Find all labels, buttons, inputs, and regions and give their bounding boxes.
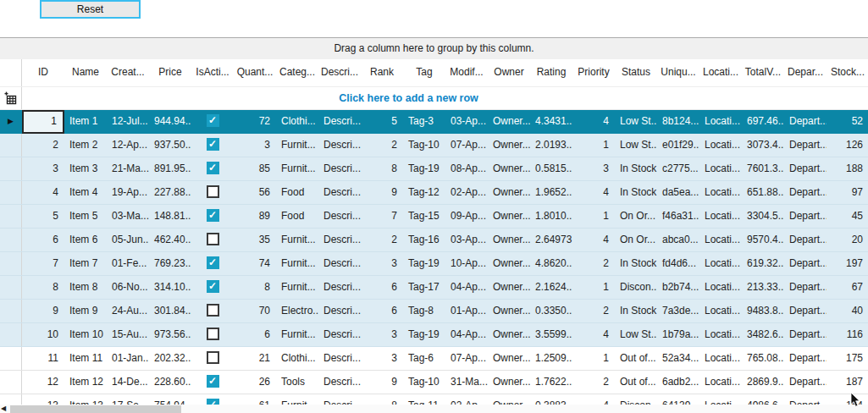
cell-modified[interactable]: 04-Ap... (445, 276, 488, 299)
cell-isActive[interactable] (191, 323, 234, 346)
column-header-priority[interactable]: Priority (572, 59, 615, 86)
checkbox-unchecked-icon[interactable] (207, 233, 219, 245)
cell-owner[interactable]: Owner... (488, 205, 530, 228)
cell-category[interactable]: Furnit... (276, 157, 318, 180)
table-row[interactable]: 4Item 419-Ap...227.88...56FoodDescri...9… (0, 181, 868, 205)
row-indicator-cell[interactable] (0, 347, 22, 370)
horizontal-scrollbar[interactable]: ◀ (0, 405, 868, 413)
column-header-department[interactable]: Depar... (784, 59, 827, 86)
cell-rating[interactable]: 1.9652... (530, 181, 572, 204)
table-row[interactable]: 8Item 806-No...314.10...✓8Furnit...Descr… (0, 276, 868, 300)
cell-totalValue[interactable]: 2869.9... (742, 371, 784, 394)
cell-department[interactable]: Depart... (784, 300, 827, 322)
cell-id[interactable]: 9 (22, 300, 64, 322)
cell-location[interactable]: Locati... (699, 205, 742, 228)
cell-name[interactable]: Item 8 (64, 276, 107, 299)
cell-tag[interactable]: Tag-10 (403, 134, 445, 157)
cell-modified[interactable]: 09-Ap... (445, 205, 488, 228)
cell-tag[interactable]: Tag-6 (403, 347, 445, 370)
cell-status[interactable]: Low St... (615, 323, 657, 346)
cell-unique[interactable]: b2b74... (657, 276, 699, 299)
column-header-totalValue[interactable]: TotalV... (742, 59, 784, 86)
cell-rating[interactable]: 0.3350... (530, 300, 572, 322)
cell-price[interactable]: 202.32... (149, 347, 191, 370)
cell-stock[interactable]: 45 (827, 205, 868, 228)
cell-rating[interactable]: 0.5815... (530, 157, 572, 180)
cell-rank[interactable]: 5 (361, 110, 403, 133)
cell-rating[interactable]: 3.5599... (530, 323, 572, 346)
cell-stock[interactable]: 20 (827, 229, 868, 251)
row-indicator-cell[interactable] (0, 229, 22, 251)
cell-location[interactable]: Locati... (699, 110, 742, 133)
cell-unique[interactable]: c2775... (657, 157, 699, 180)
cell-owner[interactable]: Owner... (488, 276, 530, 299)
cell-status[interactable]: Out of... (615, 371, 657, 394)
cell-modified[interactable]: 07-Ap... (445, 347, 488, 370)
checkbox-checked-icon[interactable]: ✓ (207, 162, 219, 174)
cell-rank[interactable]: 9 (361, 371, 403, 394)
cell-rank[interactable]: 7 (361, 205, 403, 228)
cell-description[interactable]: Descri... (318, 300, 361, 322)
cell-department[interactable]: Depart... (784, 229, 827, 251)
cell-unique[interactable]: da5ea... (657, 181, 699, 204)
cell-quantity[interactable]: 21 (234, 347, 276, 370)
table-row[interactable]: 7Item 701-Fe...769.23...✓74Furnit...Desc… (0, 252, 868, 276)
cell-priority[interactable]: 1 (572, 276, 615, 299)
cell-stock[interactable]: 40 (827, 300, 868, 322)
cell-category[interactable]: Furnit... (276, 229, 318, 251)
cell-tag[interactable]: Tag-19 (403, 323, 445, 346)
cell-rank[interactable]: 3 (361, 347, 403, 370)
checkbox-checked-icon[interactable]: ✓ (207, 114, 219, 127)
cell-rank[interactable]: 2 (361, 229, 403, 251)
cell-location[interactable]: Locati... (699, 252, 742, 275)
cell-status[interactable]: Discon... (615, 276, 657, 299)
column-header-rating[interactable]: Rating (530, 59, 572, 86)
cell-unique[interactable]: e01f29... (657, 134, 699, 157)
column-header-quantity[interactable]: Quant... (234, 59, 276, 86)
cell-status[interactable]: In Stock (615, 157, 657, 180)
row-indicator-cell[interactable] (0, 300, 22, 322)
cell-rank[interactable]: 3 (361, 323, 403, 346)
cell-rank[interactable]: 3 (361, 252, 403, 275)
cell-tag[interactable]: Tag-15 (403, 205, 445, 228)
cell-owner[interactable]: Owner... (488, 323, 530, 346)
cell-category[interactable]: Electro... (276, 300, 318, 322)
cell-price[interactable]: 228.60... (149, 371, 191, 394)
cell-isActive[interactable] (191, 229, 234, 251)
cell-priority[interactable]: 2 (572, 252, 615, 275)
cell-department[interactable]: Depart... (784, 252, 827, 275)
cell-description[interactable]: Descri... (318, 276, 361, 299)
cell-stock[interactable]: 188 (827, 157, 868, 180)
cell-department[interactable]: Depart... (784, 181, 827, 204)
cell-department[interactable]: Depart... (784, 347, 827, 370)
cell-name[interactable]: Item 2 (64, 134, 107, 157)
cell-quantity[interactable]: 35 (234, 229, 276, 251)
cell-quantity[interactable]: 72 (234, 110, 276, 133)
cell-isActive[interactable]: ✓ (191, 134, 234, 157)
cell-unique[interactable]: 6adb2... (657, 371, 699, 394)
cell-created[interactable]: 12-Jul... (107, 110, 149, 133)
cell-price[interactable]: 227.88... (149, 181, 191, 204)
cell-quantity[interactable]: 6 (234, 323, 276, 346)
cell-status[interactable]: On Or... (615, 229, 657, 251)
cell-rating[interactable]: 2.0193... (530, 134, 572, 157)
table-row[interactable]: 5Item 503-Ma...148.81...✓89FoodDescri...… (0, 205, 868, 229)
cell-location[interactable]: Locati... (699, 229, 742, 251)
cell-stock[interactable]: 187 (827, 371, 868, 394)
cell-category[interactable]: Food (276, 205, 318, 228)
cell-id[interactable]: 10 (22, 323, 64, 346)
cell-rating[interactable]: 2.64973 (530, 229, 572, 251)
cell-category[interactable]: Clothi... (276, 347, 318, 370)
cell-quantity[interactable]: 26 (234, 371, 276, 394)
row-indicator-cell[interactable] (0, 252, 22, 275)
cell-tag[interactable]: Tag-16 (403, 229, 445, 251)
checkbox-unchecked-icon[interactable] (207, 328, 219, 340)
cell-price[interactable]: 769.23... (149, 252, 191, 275)
cell-stock[interactable]: 197 (827, 252, 868, 275)
cell-category[interactable]: Furnit... (276, 252, 318, 275)
column-header-stock[interactable]: Stock... (827, 59, 868, 86)
cell-department[interactable]: Depart... (784, 157, 827, 180)
cell-description[interactable]: Descri... (318, 181, 361, 204)
cell-category[interactable]: Food (276, 181, 318, 204)
cell-location[interactable]: Locati... (699, 181, 742, 204)
